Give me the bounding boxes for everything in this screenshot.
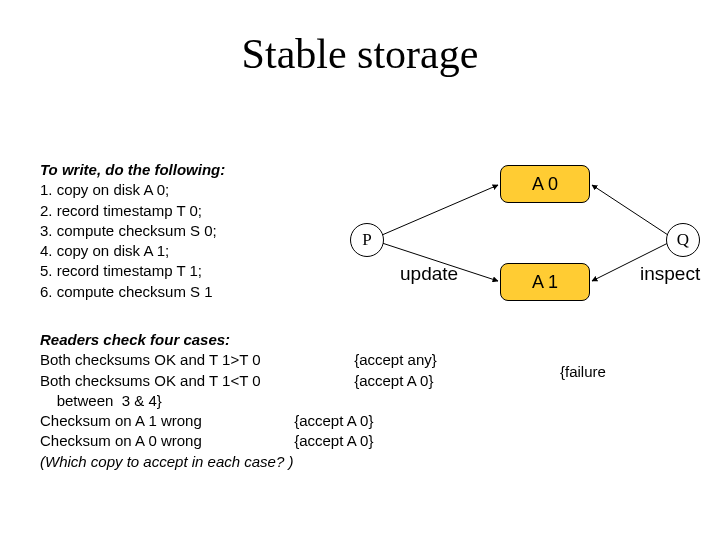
case-2-tail: between 3 & 4}	[40, 391, 437, 411]
write-header: To write, do the following:	[40, 160, 225, 180]
case-1-cond: Both checksums OK and T 1>T 0	[40, 350, 350, 370]
write-step-3: 3. compute checksum S 0;	[40, 221, 225, 241]
write-step-2: 2. record timestamp T 0;	[40, 201, 225, 221]
label-inspect: inspect	[640, 263, 700, 285]
case-4-cond: Checksum on A 0 wrong	[40, 431, 290, 451]
case-3-act: {accept A 0}	[294, 412, 373, 429]
node-p: P	[350, 223, 384, 257]
write-step-5: 5. record timestamp T 1;	[40, 261, 225, 281]
readers-cases: Readers check four cases: Both checksums…	[40, 330, 437, 472]
case-1-act: {accept any}	[354, 351, 437, 368]
label-update: update	[400, 263, 458, 285]
write-step-1: 1. copy on disk A 0;	[40, 180, 225, 200]
case-4-act: {accept A 0}	[294, 432, 373, 449]
diagram: P Q A 0 A 1 update inspect	[350, 155, 700, 315]
case-3-cond: Checksum on A 1 wrong	[40, 411, 290, 431]
write-step-6: 6. compute checksum S 1	[40, 282, 225, 302]
write-step-4: 4. copy on disk A 1;	[40, 241, 225, 261]
svg-line-2	[592, 185, 668, 235]
question: (Which copy to accept in each case? )	[40, 452, 437, 472]
node-q: Q	[666, 223, 700, 257]
slide-title: Stable storage	[0, 30, 720, 78]
readers-header: Readers check four cases:	[40, 330, 437, 350]
disk-a1: A 1	[500, 263, 590, 301]
svg-line-0	[382, 185, 498, 235]
write-procedure: To write, do the following: 1. copy on d…	[40, 160, 225, 302]
case-2-cond: Both checksums OK and T 1<T 0	[40, 371, 350, 391]
case-2-act: {accept A 0}	[354, 372, 433, 389]
failure-annotation: {failure	[560, 363, 606, 380]
disk-a0: A 0	[500, 165, 590, 203]
